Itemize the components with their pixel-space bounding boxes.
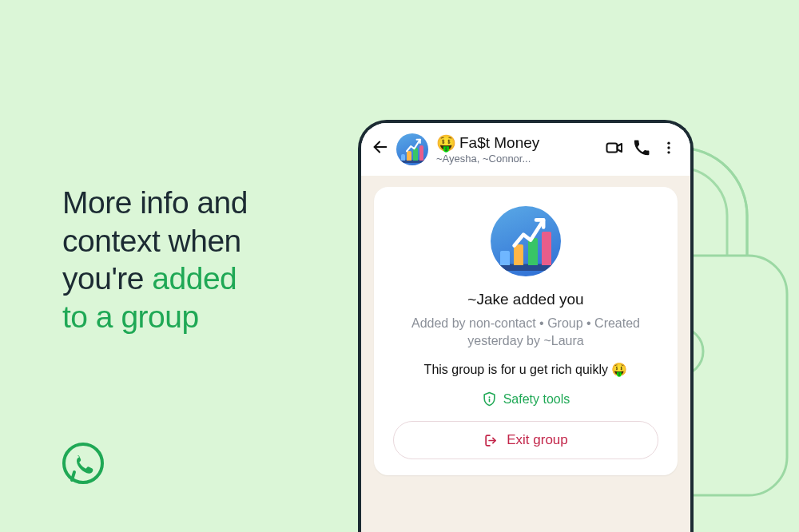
headline-highlight: to a group bbox=[62, 300, 199, 334]
exit-icon bbox=[483, 433, 499, 448]
more-options-icon[interactable] bbox=[655, 140, 682, 160]
marketing-headline: More info and context when you're added … bbox=[62, 184, 248, 335]
phone-mockup: 🤑 Fa$t Money ~Ayesha, ~Connor... ~Jak bbox=[358, 120, 694, 532]
svg-point-7 bbox=[667, 146, 670, 149]
group-name: Fa$t Money bbox=[459, 134, 539, 152]
group-members-preview: ~Ayesha, ~Connor... bbox=[436, 153, 601, 165]
headline-highlight: added bbox=[152, 261, 237, 296]
group-avatar-large[interactable] bbox=[491, 206, 561, 276]
safety-tools-label: Safety tools bbox=[503, 392, 570, 407]
headline-line: More info and bbox=[62, 185, 248, 220]
money-face-emoji-icon: 🤑 bbox=[436, 135, 456, 151]
video-call-icon[interactable] bbox=[601, 138, 628, 161]
svg-rect-5 bbox=[607, 143, 618, 152]
chat-header: 🤑 Fa$t Money ~Ayesha, ~Connor... bbox=[361, 123, 690, 176]
added-by-text: ~Jake added you bbox=[393, 291, 658, 308]
group-description: This group is for u get rich quikly 🤑 bbox=[393, 362, 658, 377]
group-avatar-small[interactable] bbox=[396, 133, 428, 165]
svg-point-8 bbox=[667, 151, 670, 153]
voice-call-icon[interactable] bbox=[628, 139, 655, 161]
chat-body: ~Jake added you Added by non-contact • G… bbox=[361, 176, 690, 532]
chat-title-block[interactable]: 🤑 Fa$t Money ~Ayesha, ~Connor... bbox=[436, 134, 601, 165]
shield-info-icon bbox=[482, 391, 497, 407]
headline-line: context when bbox=[62, 224, 241, 258]
group-meta-text: Added by non-contact • Group • Created y… bbox=[393, 315, 658, 349]
svg-point-3 bbox=[64, 444, 102, 482]
money-face-emoji-icon: 🤑 bbox=[611, 363, 627, 376]
safety-tools-link[interactable]: Safety tools bbox=[482, 391, 570, 407]
back-arrow-icon[interactable] bbox=[369, 138, 392, 161]
exit-group-button[interactable]: Exit group bbox=[393, 421, 658, 459]
svg-point-9 bbox=[488, 396, 490, 398]
exit-group-label: Exit group bbox=[507, 432, 568, 448]
svg-point-6 bbox=[667, 141, 670, 144]
group-info-card: ~Jake added you Added by non-contact • G… bbox=[374, 187, 678, 475]
whatsapp-logo-icon bbox=[62, 443, 104, 484]
headline-line: you're bbox=[62, 261, 152, 296]
